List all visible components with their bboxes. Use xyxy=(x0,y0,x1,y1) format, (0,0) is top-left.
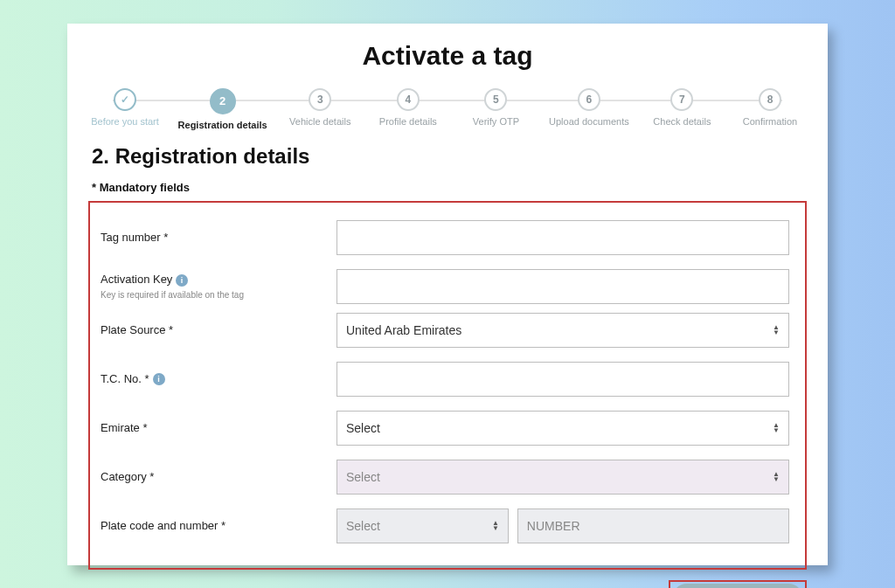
step-check-details[interactable]: 7 Check details xyxy=(647,88,717,127)
form-box: Tag number * Activation Key i Key is req… xyxy=(88,201,807,570)
step-label: Confirmation xyxy=(743,116,797,127)
plate-source-select[interactable]: United Arab Emirates ▲▼ xyxy=(336,313,789,348)
category-label: Category * xyxy=(101,470,319,483)
step-label: Registration details xyxy=(178,120,267,130)
step-label: Verify OTP xyxy=(473,116,519,127)
info-icon[interactable]: i xyxy=(176,274,188,287)
step-confirmation[interactable]: 8 Confirmation xyxy=(735,88,805,127)
step-label: Profile details xyxy=(379,116,437,127)
updown-icon: ▲▼ xyxy=(773,325,780,336)
next-button[interactable]: Next → xyxy=(672,584,803,589)
row-plate-source: Plate Source * United Arab Emirates ▲▼ xyxy=(101,313,789,348)
category-value: Select xyxy=(346,470,380,484)
tag-number-label: Tag number * xyxy=(101,231,319,244)
plate-code-value: Select xyxy=(346,519,380,533)
plate-number-input[interactable] xyxy=(517,508,789,543)
activation-key-label: Activation Key i Key is required if avai… xyxy=(101,273,319,300)
checkmark-icon xyxy=(114,88,136,111)
updown-icon: ▲▼ xyxy=(773,472,780,482)
row-activation-key: Activation Key i Key is required if avai… xyxy=(101,269,789,304)
step-vehicle-details[interactable]: 3 Vehicle details xyxy=(285,88,355,127)
row-plate-code-number: Plate code and number * Select ▲▼ xyxy=(101,508,789,543)
mandatory-note: * Mandatory fields xyxy=(92,181,807,194)
tc-no-label: T.C. No. * i xyxy=(101,372,319,385)
category-select[interactable]: Select ▲▼ xyxy=(336,460,789,495)
step-number-icon: 7 xyxy=(670,88,693,111)
step-label: Vehicle details xyxy=(289,116,350,127)
emirate-label: Emirate * xyxy=(101,421,319,434)
row-emirate: Emirate * Select ▲▼ xyxy=(101,411,789,446)
row-category: Category * Select ▲▼ xyxy=(101,460,789,495)
stepper: Before you start 2 Registration details … xyxy=(88,88,807,130)
step-number-icon: 4 xyxy=(397,88,420,111)
next-highlight: Next → xyxy=(669,580,807,589)
footer: ← Back Cancel Next → xyxy=(88,580,807,589)
section-title: 2. Registration details xyxy=(92,144,807,169)
step-number-icon: 8 xyxy=(759,88,781,111)
info-icon[interactable]: i xyxy=(153,373,165,385)
plate-code-select[interactable]: Select ▲▼ xyxy=(336,508,509,543)
plate-code-number-label: Plate code and number * xyxy=(101,519,319,532)
step-label: Upload documents xyxy=(549,116,629,127)
step-profile-details[interactable]: 4 Profile details xyxy=(373,88,443,127)
emirate-value: Select xyxy=(346,421,380,435)
plate-source-value: United Arab Emirates xyxy=(346,323,461,337)
step-label: Before you start xyxy=(91,116,159,127)
updown-icon: ▲▼ xyxy=(773,423,780,433)
row-tc-no: T.C. No. * i xyxy=(101,362,789,397)
step-number-icon: 5 xyxy=(484,88,507,111)
step-before-you-start[interactable]: Before you start xyxy=(90,88,160,127)
main-card: Activate a tag Before you start 2 Regist… xyxy=(67,24,828,565)
updown-icon: ▲▼ xyxy=(492,521,499,531)
step-number-icon: 6 xyxy=(578,88,600,111)
step-verify-otp[interactable]: 5 Verify OTP xyxy=(461,88,531,127)
row-tag-number: Tag number * xyxy=(101,220,789,255)
tc-no-input[interactable] xyxy=(336,362,789,397)
tag-number-input[interactable] xyxy=(336,220,789,255)
step-registration-details[interactable]: 2 Registration details xyxy=(178,88,267,130)
activation-key-sub: Key is required if available on the tag xyxy=(101,290,244,300)
activation-key-input[interactable] xyxy=(336,269,789,304)
step-number-icon: 2 xyxy=(210,88,236,114)
emirate-select[interactable]: Select ▲▼ xyxy=(336,411,789,446)
step-label: Check details xyxy=(653,116,711,127)
step-upload-documents[interactable]: 6 Upload documents xyxy=(549,88,629,127)
step-number-icon: 3 xyxy=(309,88,331,111)
page-title: Activate a tag xyxy=(88,41,807,71)
plate-source-label: Plate Source * xyxy=(101,323,319,336)
